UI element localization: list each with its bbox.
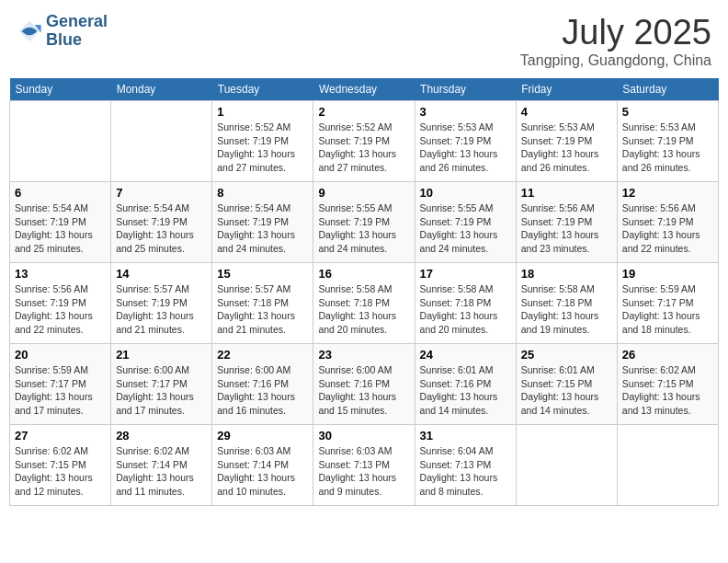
cell-info: Sunrise: 6:04 AM Sunset: 7:13 PM Dayligh… [420, 444, 511, 499]
title-block: July 2025 Tangping, Guangdong, China [520, 13, 711, 69]
calendar-cell: 3Sunrise: 5:53 AM Sunset: 7:19 PM Daylig… [415, 101, 516, 182]
calendar-cell [10, 101, 111, 182]
calendar-cell: 10Sunrise: 5:55 AM Sunset: 7:19 PM Dayli… [415, 182, 516, 263]
cell-info: Sunrise: 5:58 AM Sunset: 7:18 PM Dayligh… [318, 282, 409, 337]
cell-info: Sunrise: 5:59 AM Sunset: 7:17 PM Dayligh… [15, 363, 106, 418]
day-number: 24 [420, 348, 511, 362]
calendar-cell: 29Sunrise: 6:03 AM Sunset: 7:14 PM Dayli… [212, 425, 313, 506]
day-number: 7 [116, 186, 207, 200]
logo-icon [17, 18, 42, 44]
day-number: 26 [622, 348, 713, 362]
day-number: 21 [116, 348, 207, 362]
calendar-table: Sunday Monday Tuesday Wednesday Thursday… [9, 78, 719, 506]
day-number: 25 [521, 348, 612, 362]
day-number: 19 [622, 267, 713, 281]
logo-line2: Blue [46, 31, 108, 50]
calendar-header: Sunday Monday Tuesday Wednesday Thursday… [10, 78, 719, 101]
day-number: 23 [318, 348, 409, 362]
day-number: 10 [420, 186, 511, 200]
cell-info: Sunrise: 5:57 AM Sunset: 7:19 PM Dayligh… [116, 282, 207, 337]
calendar-cell: 20Sunrise: 5:59 AM Sunset: 7:17 PM Dayli… [10, 344, 111, 425]
calendar-cell: 15Sunrise: 5:57 AM Sunset: 7:18 PM Dayli… [212, 263, 313, 344]
day-number: 17 [420, 267, 511, 281]
month-title: July 2025 [520, 13, 711, 52]
cell-info: Sunrise: 5:57 AM Sunset: 7:18 PM Dayligh… [217, 282, 308, 337]
col-monday: Monday [111, 78, 212, 101]
cell-info: Sunrise: 6:01 AM Sunset: 7:15 PM Dayligh… [521, 363, 612, 418]
cell-info: Sunrise: 5:56 AM Sunset: 7:19 PM Dayligh… [622, 201, 713, 256]
cell-info: Sunrise: 6:02 AM Sunset: 7:15 PM Dayligh… [15, 444, 106, 499]
day-number: 2 [318, 105, 409, 119]
cell-info: Sunrise: 6:02 AM Sunset: 7:15 PM Dayligh… [622, 363, 713, 418]
calendar-cell [111, 101, 212, 182]
calendar-cell: 28Sunrise: 6:02 AM Sunset: 7:14 PM Dayli… [111, 425, 212, 506]
calendar-cell: 5Sunrise: 5:53 AM Sunset: 7:19 PM Daylig… [617, 101, 718, 182]
cell-info: Sunrise: 6:00 AM Sunset: 7:17 PM Dayligh… [116, 363, 207, 418]
day-number: 20 [15, 348, 106, 362]
calendar-cell: 26Sunrise: 6:02 AM Sunset: 7:15 PM Dayli… [617, 344, 718, 425]
day-number: 18 [521, 267, 612, 281]
day-number: 15 [217, 267, 308, 281]
cell-info: Sunrise: 6:01 AM Sunset: 7:16 PM Dayligh… [420, 363, 511, 418]
day-number: 3 [420, 105, 511, 119]
logo: General Blue [17, 13, 108, 50]
calendar-cell: 2Sunrise: 5:52 AM Sunset: 7:19 PM Daylig… [313, 101, 415, 182]
calendar-cell: 9Sunrise: 5:55 AM Sunset: 7:19 PM Daylig… [313, 182, 415, 263]
day-number: 5 [622, 105, 713, 119]
calendar-cell: 7Sunrise: 5:54 AM Sunset: 7:19 PM Daylig… [111, 182, 212, 263]
day-number: 11 [521, 186, 612, 200]
cell-info: Sunrise: 5:58 AM Sunset: 7:18 PM Dayligh… [521, 282, 612, 337]
calendar-cell: 27Sunrise: 6:02 AM Sunset: 7:15 PM Dayli… [10, 425, 111, 506]
logo-text: General Blue [46, 13, 108, 50]
calendar-cell: 23Sunrise: 6:00 AM Sunset: 7:16 PM Dayli… [313, 344, 415, 425]
calendar-week-4: 20Sunrise: 5:59 AM Sunset: 7:17 PM Dayli… [10, 344, 719, 425]
day-number: 14 [116, 267, 207, 281]
day-number: 28 [116, 429, 207, 442]
cell-info: Sunrise: 5:52 AM Sunset: 7:19 PM Dayligh… [318, 121, 409, 175]
calendar-cell: 18Sunrise: 5:58 AM Sunset: 7:18 PM Dayli… [516, 263, 617, 344]
calendar-cell: 4Sunrise: 5:53 AM Sunset: 7:19 PM Daylig… [516, 101, 617, 182]
calendar-week-2: 6Sunrise: 5:54 AM Sunset: 7:19 PM Daylig… [10, 182, 719, 263]
weekday-row: Sunday Monday Tuesday Wednesday Thursday… [10, 78, 719, 101]
day-number: 13 [15, 267, 106, 281]
day-number: 29 [217, 429, 308, 442]
calendar-cell: 11Sunrise: 5:56 AM Sunset: 7:19 PM Dayli… [516, 182, 617, 263]
calendar-cell: 31Sunrise: 6:04 AM Sunset: 7:13 PM Dayli… [415, 425, 516, 506]
calendar-cell: 25Sunrise: 6:01 AM Sunset: 7:15 PM Dayli… [516, 344, 617, 425]
col-wednesday: Wednesday [313, 78, 415, 101]
calendar-cell [617, 425, 718, 506]
calendar-cell: 24Sunrise: 6:01 AM Sunset: 7:16 PM Dayli… [415, 344, 516, 425]
calendar-cell: 17Sunrise: 5:58 AM Sunset: 7:18 PM Dayli… [415, 263, 516, 344]
col-sunday: Sunday [10, 78, 111, 101]
calendar-cell: 14Sunrise: 5:57 AM Sunset: 7:19 PM Dayli… [111, 263, 212, 344]
calendar-body: 1Sunrise: 5:52 AM Sunset: 7:19 PM Daylig… [10, 101, 719, 506]
cell-info: Sunrise: 5:52 AM Sunset: 7:19 PM Dayligh… [217, 121, 308, 175]
cell-info: Sunrise: 5:56 AM Sunset: 7:19 PM Dayligh… [521, 201, 612, 256]
cell-info: Sunrise: 6:00 AM Sunset: 7:16 PM Dayligh… [318, 363, 409, 418]
calendar-cell: 6Sunrise: 5:54 AM Sunset: 7:19 PM Daylig… [10, 182, 111, 263]
cell-info: Sunrise: 5:58 AM Sunset: 7:18 PM Dayligh… [420, 282, 511, 337]
day-number: 1 [217, 105, 308, 119]
cell-info: Sunrise: 6:00 AM Sunset: 7:16 PM Dayligh… [217, 363, 308, 418]
calendar-week-5: 27Sunrise: 6:02 AM Sunset: 7:15 PM Dayli… [10, 425, 719, 506]
cell-info: Sunrise: 5:59 AM Sunset: 7:17 PM Dayligh… [622, 282, 713, 337]
calendar-cell: 30Sunrise: 6:03 AM Sunset: 7:13 PM Dayli… [313, 425, 415, 506]
day-number: 8 [217, 186, 308, 200]
calendar-cell: 16Sunrise: 5:58 AM Sunset: 7:18 PM Dayli… [313, 263, 415, 344]
calendar-week-1: 1Sunrise: 5:52 AM Sunset: 7:19 PM Daylig… [10, 101, 719, 182]
day-number: 6 [15, 186, 106, 200]
col-thursday: Thursday [415, 78, 516, 101]
calendar-cell [516, 425, 617, 506]
calendar-cell: 19Sunrise: 5:59 AM Sunset: 7:17 PM Dayli… [617, 263, 718, 344]
cell-info: Sunrise: 5:53 AM Sunset: 7:19 PM Dayligh… [622, 121, 713, 175]
cell-info: Sunrise: 6:03 AM Sunset: 7:13 PM Dayligh… [318, 444, 409, 499]
calendar-week-3: 13Sunrise: 5:56 AM Sunset: 7:19 PM Dayli… [10, 263, 719, 344]
col-friday: Friday [516, 78, 617, 101]
col-tuesday: Tuesday [212, 78, 313, 101]
calendar-cell: 12Sunrise: 5:56 AM Sunset: 7:19 PM Dayli… [617, 182, 718, 263]
page-header: General Blue July 2025 Tangping, Guangdo… [9, 9, 719, 73]
calendar-cell: 21Sunrise: 6:00 AM Sunset: 7:17 PM Dayli… [111, 344, 212, 425]
logo-line1: General [46, 13, 108, 31]
calendar-cell: 13Sunrise: 5:56 AM Sunset: 7:19 PM Dayli… [10, 263, 111, 344]
cell-info: Sunrise: 5:56 AM Sunset: 7:19 PM Dayligh… [15, 282, 106, 337]
